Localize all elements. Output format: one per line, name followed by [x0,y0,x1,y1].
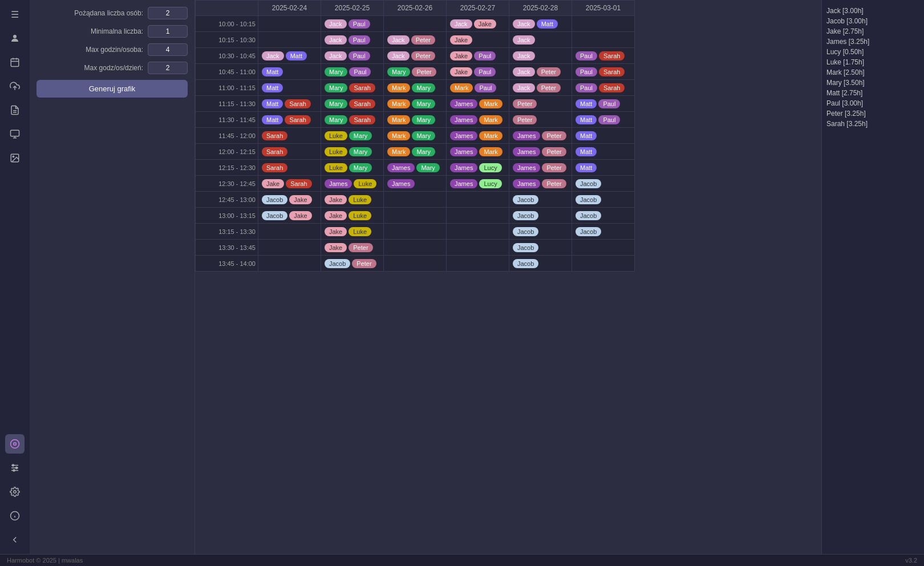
badge-luke: Luke [325,131,347,140]
person-icon[interactable] [5,29,25,48]
back-icon[interactable] [5,530,25,549]
badge-jack: Jack [325,51,347,60]
schedule-cell [572,240,635,256]
time-cell: 11:30 - 11:45 [196,112,258,128]
time-cell: 11:45 - 12:00 [196,128,258,144]
schedule-cell: MarySarah [321,80,384,96]
date-header-5: 2025-03-01 [572,1,635,16]
sliders-icon[interactable] [5,458,25,478]
badge-sarah: Sarah [262,131,287,140]
badge-james: James [450,179,477,188]
table-row: 11:00 - 11:15MattMarySarahMarkMaryMarkPa… [196,80,635,96]
date-header-4: 2025-02-28 [509,1,572,16]
time-cell: 10:45 - 11:00 [196,64,258,80]
badge-mark: Mark [387,147,410,156]
badge-sarah: Sarah [599,51,625,60]
schedule-cell: MarkMary [384,96,447,112]
schedule-cell: JamesPeter [509,176,572,192]
table-row: 13:15 - 13:30JakeLukeJacobJacob [196,224,635,240]
schedule-cell: Matt [258,64,321,80]
svg-rect-8 [11,130,19,136]
badge-lucy: Lucy [479,179,501,188]
schedule-cell [447,256,509,272]
schedule-cell: JackPeter [384,32,447,48]
generate-button[interactable]: Generuj grafik [37,80,188,98]
badge-mary: Mary [349,163,372,172]
time-cell: 13:15 - 13:30 [196,224,258,240]
badge-jake: Jake [325,243,347,252]
badge-james: James [450,115,477,124]
csv-icon[interactable] [5,100,25,120]
schedule-cell: JamesPeter [509,144,572,160]
calendar-icon[interactable] [5,52,25,72]
input-maxhours[interactable] [148,43,188,56]
time-cell: 13:00 - 13:15 [196,208,258,224]
badge-jack: Jack [513,35,535,45]
badge-jacob: Jacob [262,195,287,204]
badge-mark: Mark [387,99,410,108]
schedule-cell: MaryPeter [384,64,447,80]
badge-luke: Luke [354,179,376,188]
badge-jake: Jake [325,195,347,204]
badge-james: James [450,147,477,156]
badge-matt: Matt [262,99,283,108]
schedule-cell: Jacob [509,224,572,240]
gear-icon[interactable] [5,482,25,502]
badge-mary: Mary [325,83,347,92]
schedule-cell [384,240,447,256]
badge-jacob: Jacob [513,195,538,204]
badge-sarah: Sarah [262,147,287,156]
palette-icon[interactable] [5,434,25,454]
svg-point-12 [13,156,14,157]
person-entry: Jack [3.00h] [826,6,919,16]
badge-luke: Luke [348,227,371,236]
schedule-table: 2025-02-24 2025-02-25 2025-02-26 2025-02… [195,0,635,272]
upload-icon[interactable] [5,76,25,96]
date-header-3: 2025-02-27 [447,1,509,16]
badge-matt: Matt [262,115,283,124]
input-maxday[interactable] [148,62,188,74]
schedule-cell: JackMatt [258,48,321,64]
schedule-cell: MaryPaul [321,64,384,80]
badge-mary: Mary [325,67,347,76]
schedule-cell [258,16,321,32]
schedule-cell: JamesMary [384,160,447,176]
badge-matt: Matt [576,163,597,172]
table-row: 10:45 - 11:00MattMaryPaulMaryPeterJakePa… [196,64,635,80]
schedule-cell: PaulSarah [572,64,635,80]
schedule-cell: JacobPeter [321,256,384,272]
schedule-cell: JakeLuke [321,224,384,240]
badge-luke: Luke [348,211,371,220]
badge-jacob: Jacob [513,243,538,252]
schedule-cell: JamesLucy [447,176,509,192]
badge-jack: Jack [513,67,535,76]
schedule-cell: MarySarah [321,96,384,112]
badge-jack: Jack [387,51,410,60]
schedule-cell: JamesLucy [447,160,509,176]
schedule-cell [258,224,321,240]
schedule-cell: Jacob [509,256,572,272]
sidebar: ☰ [0,0,30,554]
info-icon[interactable] [5,506,25,525]
schedule-cell: MattPaul [572,112,635,128]
badge-mary: Mary [412,99,435,108]
schedule-cell [258,32,321,48]
badge-mark: Mark [479,115,502,124]
badge-jacob: Jacob [576,211,601,220]
svg-point-13 [11,440,19,448]
table-row: 13:30 - 13:45JakePeterJacob [196,240,635,256]
badge-matt: Matt [576,131,597,140]
input-desired[interactable] [148,7,188,19]
schedule-cell: Jack [509,32,572,48]
menu-icon[interactable]: ☰ [5,5,25,24]
badge-jake: Jake [289,195,311,204]
person-entry: Jake [2.75h] [826,26,919,37]
schedule-cell [384,256,447,272]
schedule-cell: MattSarah [258,96,321,112]
image-icon[interactable] [5,148,25,168]
schedule-cell: Peter [509,112,572,128]
screen-icon[interactable] [5,124,25,144]
schedule-cell [572,32,635,48]
svg-point-0 [13,35,17,38]
input-min[interactable] [148,25,188,38]
